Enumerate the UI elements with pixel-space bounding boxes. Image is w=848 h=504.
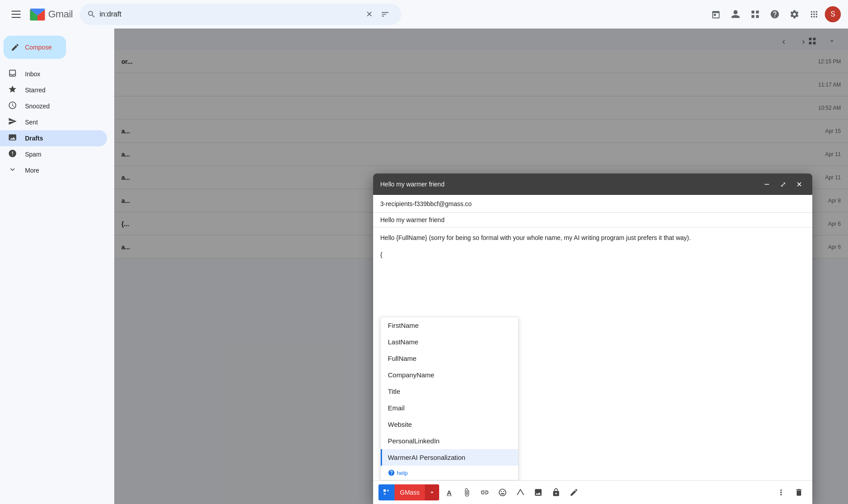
compose-pencil-icon bbox=[11, 43, 20, 52]
sidebar-item-snoozed-label: Snoozed bbox=[25, 103, 50, 110]
spam-icon bbox=[7, 149, 18, 160]
sidebar-item-spam-label: Spam bbox=[25, 151, 42, 158]
autocomplete-item-website[interactable]: Website bbox=[381, 416, 518, 433]
modal-minimize-button[interactable]: − bbox=[761, 178, 773, 190]
waffle-icon[interactable] bbox=[805, 5, 823, 23]
modal-header[interactable]: Hello my warmer friend − ⤢ ✕ bbox=[373, 174, 812, 195]
modal-header-actions: − ⤢ ✕ bbox=[761, 178, 805, 190]
inbox-icon bbox=[7, 69, 18, 80]
gmass-dropdown-icon[interactable] bbox=[425, 484, 439, 500]
snoozed-icon bbox=[7, 101, 18, 112]
search-options-icon[interactable] bbox=[376, 5, 394, 23]
sidebar-item-spam[interactable]: Spam bbox=[0, 146, 107, 162]
gmass-label: GMass bbox=[395, 489, 425, 496]
gmass-button[interactable]: GMass bbox=[378, 484, 439, 500]
emoji-button[interactable] bbox=[495, 484, 511, 500]
sidebar-item-snoozed[interactable]: Snoozed bbox=[0, 98, 107, 114]
sidebar-item-sent[interactable]: Sent bbox=[0, 114, 107, 130]
compose-button[interactable]: Compose bbox=[4, 36, 66, 59]
autocomplete-item-companyname[interactable]: CompanyName bbox=[381, 367, 518, 383]
body-line2: { bbox=[380, 250, 805, 260]
svg-rect-0 bbox=[384, 490, 386, 492]
content-area: ‹ › or... 12:15 PM 11:17 AM bbox=[114, 29, 848, 504]
svg-rect-2 bbox=[384, 493, 386, 495]
more-chevron-icon bbox=[7, 165, 18, 176]
sidebar-item-more[interactable]: More bbox=[0, 162, 107, 178]
search-input-value: in:draft bbox=[100, 10, 362, 18]
menu-icon[interactable] bbox=[7, 5, 25, 23]
sidebar-item-inbox-label: Inbox bbox=[25, 70, 40, 78]
gmass-send-icon bbox=[378, 484, 395, 500]
formatting-button[interactable]: A bbox=[441, 484, 457, 500]
link-button[interactable] bbox=[477, 484, 493, 500]
main-layout: Compose Inbox Starred Snoozed Sent bbox=[0, 29, 848, 504]
calendar-icon[interactable] bbox=[707, 5, 725, 23]
compose-label: Compose bbox=[25, 44, 52, 51]
drive-button[interactable] bbox=[512, 484, 528, 500]
more-options-button[interactable] bbox=[773, 484, 789, 500]
modal-body: 3-recipients-f339bbcf@gmass.co Hello my … bbox=[373, 195, 812, 480]
sidebar-item-starred[interactable]: Starred bbox=[0, 82, 107, 98]
sent-icon bbox=[7, 117, 18, 128]
apps-grid-icon[interactable] bbox=[746, 5, 764, 23]
svg-rect-1 bbox=[387, 490, 389, 492]
autocomplete-item-firstname[interactable]: FirstName bbox=[381, 317, 518, 334]
starred-icon bbox=[7, 85, 18, 96]
autocomplete-item-fullname[interactable]: FullName bbox=[381, 350, 518, 367]
gmail-logo: Gmail bbox=[29, 5, 73, 23]
search-clear-icon[interactable]: ✕ bbox=[366, 9, 373, 19]
search-icon bbox=[87, 10, 96, 19]
settings-icon[interactable] bbox=[786, 5, 803, 23]
sidebar-item-drafts[interactable]: Drafts bbox=[0, 130, 107, 146]
compose-modal: Hello my warmer friend − ⤢ ✕ 3-recipient… bbox=[373, 174, 812, 504]
modal-close-button[interactable]: ✕ bbox=[793, 178, 805, 190]
modal-toolbar: GMass A bbox=[373, 480, 812, 504]
gmail-logo-text: Gmail bbox=[48, 8, 73, 20]
help-circle-icon bbox=[388, 469, 395, 476]
avatar[interactable]: S bbox=[825, 6, 841, 22]
sidebar-item-sent-label: Sent bbox=[25, 119, 38, 126]
email-body[interactable]: Hello {FullName} (sorry for being so for… bbox=[373, 227, 812, 317]
question-icon[interactable] bbox=[766, 5, 784, 23]
subject-value: Hello my warmer friend bbox=[380, 216, 445, 223]
to-field[interactable]: 3-recipients-f339bbcf@gmass.co bbox=[373, 195, 812, 213]
delete-button[interactable] bbox=[791, 484, 807, 500]
autocomplete-item-lastname[interactable]: LastName bbox=[381, 334, 518, 350]
contacts-icon[interactable] bbox=[727, 5, 744, 23]
autocomplete-item-personallinkedin[interactable]: PersonalLinkedIn bbox=[381, 433, 518, 449]
autocomplete-item-warmerai[interactable]: WarmerAI Personalization bbox=[381, 449, 518, 466]
autocomplete-dropdown: FirstName LastName FullName CompanyName … bbox=[380, 317, 519, 480]
toolbar-right bbox=[773, 484, 807, 500]
help-link[interactable]: help bbox=[381, 466, 518, 480]
sidebar-item-starred-label: Starred bbox=[25, 87, 46, 94]
body-line1: Hello {FullName} (sorry for being so for… bbox=[380, 233, 805, 243]
autocomplete-item-email[interactable]: Email bbox=[381, 400, 518, 416]
to-value: 3-recipients-f339bbcf@gmass.co bbox=[380, 200, 472, 207]
attachment-button[interactable] bbox=[459, 484, 475, 500]
photo-button[interactable] bbox=[530, 484, 546, 500]
search-bar[interactable]: in:draft ✕ bbox=[80, 4, 401, 25]
sidebar: Compose Inbox Starred Snoozed Sent bbox=[0, 29, 114, 504]
modal-expand-button[interactable]: ⤢ bbox=[777, 178, 789, 190]
lock-button[interactable] bbox=[548, 484, 564, 500]
sidebar-item-drafts-label: Drafts bbox=[25, 135, 43, 142]
subject-field[interactable]: Hello my warmer friend bbox=[373, 213, 812, 227]
drafts-icon bbox=[7, 133, 18, 144]
autocomplete-item-title[interactable]: Title bbox=[381, 383, 518, 400]
help-label: help bbox=[397, 470, 408, 476]
top-right-icons: S bbox=[707, 5, 841, 23]
top-bar: Gmail in:draft ✕ S bbox=[0, 0, 848, 29]
pen-button[interactable] bbox=[566, 484, 582, 500]
sidebar-item-inbox[interactable]: Inbox bbox=[0, 66, 107, 82]
modal-title: Hello my warmer friend bbox=[380, 181, 445, 188]
sidebar-item-more-label: More bbox=[25, 167, 39, 174]
